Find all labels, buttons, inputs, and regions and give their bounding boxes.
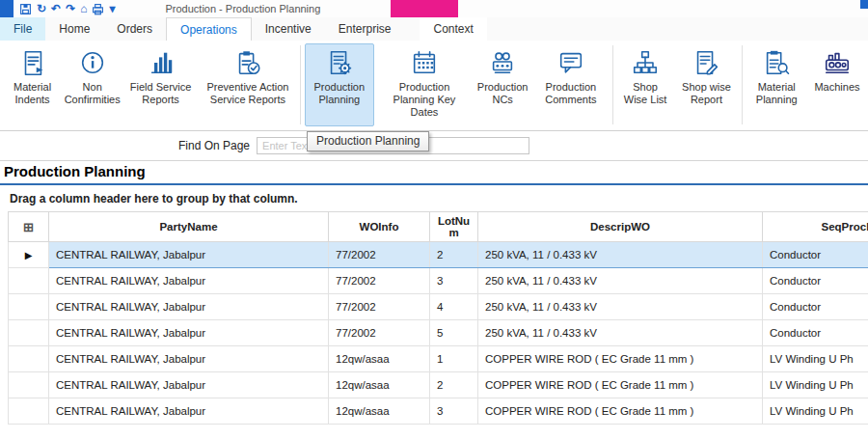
ribbon-button-label: Machines xyxy=(814,81,859,94)
ribbon-button-preventive-action-service-reports[interactable]: Preventive Action Service Reports xyxy=(200,43,296,126)
ribbon-group-separator xyxy=(300,45,301,124)
table-row[interactable]: ▶CENTRAL RAILWAY, Jabalpur77/20022250 kV… xyxy=(9,242,868,268)
org-chart-icon xyxy=(631,48,660,77)
ribbon-button-production-comments[interactable]: Production Comments xyxy=(532,43,609,126)
column-header-descripwo[interactable]: DescripWO xyxy=(478,212,763,242)
table-cell[interactable]: 5 xyxy=(430,320,478,346)
table-cell[interactable]: 3 xyxy=(430,268,478,294)
ribbon-group-separator xyxy=(612,45,613,124)
row-indicator[interactable] xyxy=(9,372,49,398)
redo-icon[interactable]: ↷ xyxy=(66,3,75,14)
row-indicator[interactable]: ▶ xyxy=(9,242,49,268)
table-cell[interactable]: 4 xyxy=(430,294,478,320)
table-cell[interactable]: LV Winding U Ph xyxy=(763,398,868,425)
sync-icon[interactable]: ↻ xyxy=(37,3,46,14)
table-cell[interactable]: COPPER WIRE ROD ( EC Grade 11 mm ) xyxy=(478,398,763,425)
tab-operations[interactable]: Operations xyxy=(166,17,252,41)
dropdown-icon[interactable]: ▾ xyxy=(109,3,115,14)
window-corner-decoration xyxy=(860,0,868,9)
ribbon-button-label: Shop Wise List xyxy=(621,81,669,106)
table-cell[interactable]: 250 kVA, 11 / 0.433 kV xyxy=(478,320,763,346)
table-cell[interactable]: Conductor xyxy=(763,268,868,294)
tooltip-text: Production Planning xyxy=(316,134,420,148)
column-header-lotnum[interactable]: LotNum xyxy=(430,212,478,242)
table-cell[interactable]: COPPER WIRE ROD ( EC Grade 11 mm ) xyxy=(478,372,763,398)
row-indicator[interactable] xyxy=(9,294,49,320)
table-cell[interactable]: Conductor xyxy=(763,242,868,268)
table-cell[interactable]: 1 xyxy=(430,346,478,372)
select-all-header[interactable]: ⊞ xyxy=(9,212,49,242)
home-icon[interactable]: ⌂ xyxy=(80,3,87,14)
ribbon-button-label: Non Confirmities xyxy=(65,81,121,106)
ribbon-button-material-planning[interactable]: Material Planning xyxy=(746,43,807,126)
table-cell[interactable]: CENTRAL RAILWAY, Jabalpur xyxy=(49,346,329,372)
ribbon-toolbar: Material Indents Non Confirmities Field … xyxy=(0,41,868,131)
title-bar: ↻ ↶ ↷ ⌂ ▾ Production - Production Planni… xyxy=(0,0,868,17)
table-cell[interactable]: 77/2002 xyxy=(329,268,430,294)
column-header-woinfo[interactable]: WOInfo xyxy=(329,212,430,242)
tab-file[interactable]: File xyxy=(0,17,45,41)
table-row[interactable]: CENTRAL RAILWAY, Jabalpur12qw/asaa2COPPE… xyxy=(9,372,868,398)
table-cell[interactable]: 250 kVA, 11 / 0.433 kV xyxy=(478,242,763,268)
ribbon-button-shop-wise-list[interactable]: Shop Wise List xyxy=(617,43,673,126)
table-cell[interactable]: LV Winding U Ph xyxy=(763,346,868,372)
table-cell[interactable]: 250 kVA, 11 / 0.433 kV xyxy=(478,294,763,320)
table-cell[interactable]: 2 xyxy=(430,372,478,398)
table-cell[interactable]: CENTRAL RAILWAY, Jabalpur xyxy=(49,268,329,294)
table-cell[interactable]: 3 xyxy=(430,398,478,425)
table-cell[interactable]: 77/2002 xyxy=(329,320,430,346)
ribbon-button-non-confirmities[interactable]: Non Confirmities xyxy=(63,43,122,126)
ribbon-tab-strip: File Home Orders Operations Incentive En… xyxy=(0,17,868,41)
table-cell[interactable]: LV Winding U Ph xyxy=(763,372,868,398)
tab-orders[interactable]: Orders xyxy=(103,17,166,41)
table-cell[interactable]: Conductor xyxy=(763,294,868,320)
table-cell[interactable]: 12qw/asaa xyxy=(329,372,430,398)
table-cell[interactable]: CENTRAL RAILWAY, Jabalpur xyxy=(49,242,329,268)
column-header-partyname[interactable]: PartyName xyxy=(49,212,329,242)
table-cell[interactable]: 12qw/asaa xyxy=(329,398,430,425)
tab-enterprise[interactable]: Enterprise xyxy=(325,17,405,41)
tab-incentive[interactable]: Incentive xyxy=(252,17,325,41)
table-cell[interactable]: 77/2002 xyxy=(329,242,430,268)
row-indicator[interactable] xyxy=(9,398,49,425)
table-cell[interactable]: CENTRAL RAILWAY, Jabalpur xyxy=(49,398,329,425)
row-indicator[interactable] xyxy=(9,320,49,346)
table-cell[interactable]: 77/2002 xyxy=(329,294,430,320)
table-row[interactable]: CENTRAL RAILWAY, Jabalpur77/20025250 kVA… xyxy=(9,320,868,346)
ribbon-group-separator xyxy=(742,45,743,124)
table-cell[interactable]: 250 kVA, 11 / 0.433 kV xyxy=(478,268,763,294)
table-cell[interactable]: 2 xyxy=(430,242,478,268)
find-on-page-label: Find On Page xyxy=(178,139,250,152)
undo-icon[interactable]: ↶ xyxy=(51,3,61,14)
table-row[interactable]: CENTRAL RAILWAY, Jabalpur12qw/asaa1COPPE… xyxy=(9,346,868,372)
window-title: Production - Production Planning xyxy=(165,3,320,14)
ribbon-button-machines[interactable]: Machines xyxy=(809,43,865,126)
table-row[interactable]: CENTRAL RAILWAY, Jabalpur77/20023250 kVA… xyxy=(9,268,868,294)
print-icon[interactable] xyxy=(92,3,104,15)
data-grid: ⊞ PartyName WOInfo LotNum DescripWO SeqP… xyxy=(8,211,868,425)
column-header-seqprocname[interactable]: SeqProcName xyxy=(763,212,868,242)
row-indicator[interactable] xyxy=(9,346,49,372)
table-cell[interactable]: COPPER WIRE ROD ( EC Grade 11 mm ) xyxy=(478,346,763,372)
bar-chart-icon xyxy=(147,48,176,77)
table-cell[interactable]: CENTRAL RAILWAY, Jabalpur xyxy=(49,294,329,320)
table-cell[interactable]: CENTRAL RAILWAY, Jabalpur xyxy=(49,320,329,346)
tab-context[interactable]: Context xyxy=(420,17,486,41)
ribbon-button-production-planning-key-dates[interactable]: Production Planning Key Dates xyxy=(376,43,473,126)
ribbon-button-label: Production Planning Key Dates xyxy=(380,81,469,119)
table-cell[interactable]: CENTRAL RAILWAY, Jabalpur xyxy=(49,372,329,398)
ribbon-button-production-ncs[interactable]: Production NCs xyxy=(475,43,530,126)
table-cell[interactable]: 12qw/asaa xyxy=(329,346,430,372)
table-cell[interactable]: Conductor xyxy=(763,320,868,346)
ribbon-button-production-planning[interactable]: Production Planning xyxy=(305,43,374,126)
save-icon[interactable] xyxy=(19,3,32,15)
table-row[interactable]: CENTRAL RAILWAY, Jabalpur12qw/asaa3COPPE… xyxy=(9,398,868,425)
ribbon-button-material-indents[interactable]: Material Indents xyxy=(4,43,61,126)
ribbon-button-label: Production Comments xyxy=(536,81,605,106)
tab-home[interactable]: Home xyxy=(45,17,103,41)
table-row[interactable]: CENTRAL RAILWAY, Jabalpur77/20024250 kVA… xyxy=(9,294,868,320)
grid-customize-icon: ⊞ xyxy=(23,220,34,234)
row-indicator[interactable] xyxy=(9,268,49,294)
ribbon-button-field-service-reports[interactable]: Field Service Reports xyxy=(123,43,198,126)
ribbon-button-shop-wise-report[interactable]: Shop wise Report xyxy=(675,43,738,126)
